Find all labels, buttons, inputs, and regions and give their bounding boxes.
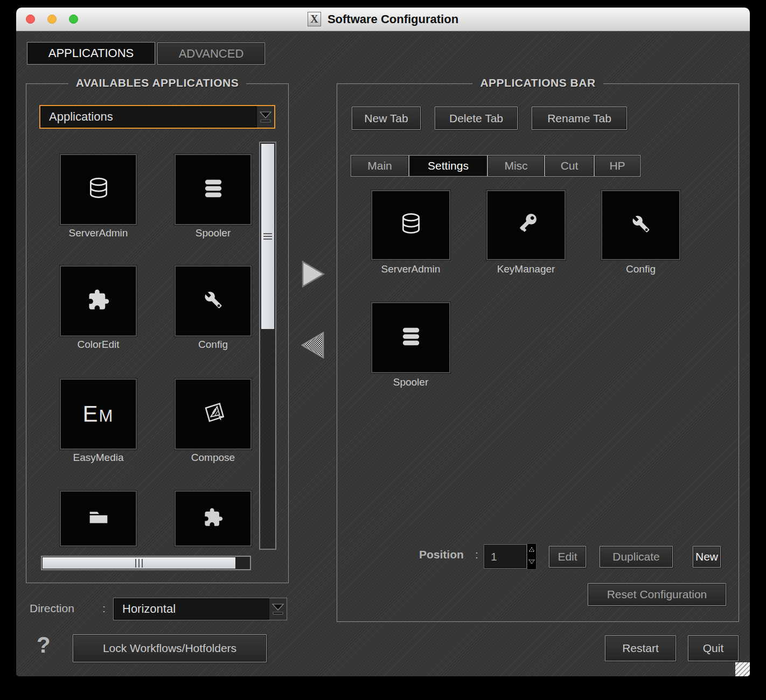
app-tile-coloredit[interactable]	[60, 265, 137, 337]
tab-advanced-label: ADVANCED	[179, 47, 244, 61]
tab-applications-label: APPLICATIONS	[48, 46, 134, 60]
position-spinner	[527, 543, 537, 570]
puzzle-icon	[200, 504, 227, 533]
close-button[interactable]	[26, 15, 35, 24]
bar-tab-settings[interactable]: Settings	[409, 155, 488, 177]
compose-icon	[198, 398, 228, 430]
wrench-icon	[199, 285, 228, 317]
window-content: APPLICATIONS ADVANCED AVAILABLES APPLICA…	[16, 31, 750, 676]
app-tile-puzzle2[interactable]	[175, 491, 252, 547]
reset-configuration-label: Reset Configuration	[607, 588, 707, 601]
edit-button[interactable]: Edit	[549, 546, 586, 568]
applications-bar-panel: APPLICATIONS BAR New Tab Delete Tab Rena…	[337, 83, 739, 622]
zoom-button[interactable]	[69, 15, 78, 24]
software-configuration-window: X Software Configuration APPLICATIONS AD…	[16, 8, 750, 676]
add-to-bar-button[interactable]	[301, 260, 325, 288]
help-icon[interactable]: ?	[37, 632, 51, 658]
rename-tab-label: Rename Tab	[547, 112, 611, 125]
horizontal-scrollbar[interactable]	[41, 556, 251, 570]
rename-tab-button[interactable]: Rename Tab	[532, 107, 627, 130]
remove-from-bar-button[interactable]	[301, 331, 325, 359]
database-icon	[84, 174, 113, 205]
lock-workflows-button[interactable]: Lock Workflows/Hotfolders	[73, 634, 267, 662]
direction-select-value: Horizontal	[114, 602, 268, 616]
new-label: New	[695, 550, 718, 563]
bar-tile-spooler[interactable]	[371, 302, 450, 373]
category-select[interactable]: Applications	[39, 105, 275, 129]
resize-grip[interactable]	[735, 662, 750, 676]
bar-tab-hp[interactable]: HP	[594, 155, 640, 177]
app-tile-label: Config	[173, 339, 253, 351]
tab-applications[interactable]: APPLICATIONS	[27, 42, 155, 65]
applications-bar-title: APPLICATIONS BAR	[337, 76, 739, 89]
edit-label: Edit	[558, 550, 577, 563]
position-label: Position	[419, 548, 464, 561]
direction-colon: :	[102, 602, 106, 615]
bar-tab-label: Misc	[504, 159, 527, 172]
transfer-right-icon	[301, 281, 325, 290]
screen: X Software Configuration APPLICATIONS AD…	[0, 0, 766, 700]
app-tile-folder[interactable]	[60, 491, 137, 547]
window-title: Software Configuration	[328, 12, 458, 26]
available-applications-panel: AVAILABLES APPLICATIONS Applications Ser…	[26, 83, 289, 583]
database-icon	[396, 209, 426, 241]
lock-workflows-label: Lock Workflows/Hotfolders	[103, 642, 236, 655]
spinner-up-icon[interactable]	[528, 545, 535, 555]
direction-select[interactable]: Horizontal	[113, 598, 287, 620]
bar-tab-main[interactable]: Main	[351, 155, 409, 177]
em-monogram-icon: EM	[83, 401, 114, 427]
app-tile-label: Spooler	[173, 227, 253, 239]
traffic-lights	[26, 15, 78, 24]
app-tile-label: ColorEdit	[59, 339, 138, 351]
folder-icon	[83, 502, 114, 535]
delete-tab-button[interactable]: Delete Tab	[435, 107, 518, 130]
app-tile-label: ServerAdmin	[59, 227, 138, 239]
delete-tab-label: Delete Tab	[449, 112, 503, 125]
vertical-scrollbar-thumb[interactable]	[261, 144, 274, 329]
horizontal-scrollbar-thumb[interactable]	[43, 557, 235, 569]
app-tile-compose[interactable]	[175, 379, 252, 450]
tab-advanced[interactable]: ADVANCED	[157, 43, 265, 65]
dropdown-arrow-icon	[268, 598, 287, 620]
bar-tab-label: HP	[609, 159, 625, 172]
position-value-field[interactable]: 1	[484, 544, 527, 569]
wrench-icon	[626, 209, 656, 241]
bar-tile-keymanager[interactable]	[486, 190, 566, 260]
new-tab-button[interactable]: New Tab	[352, 107, 421, 130]
reset-configuration-button[interactable]: Reset Configuration	[588, 583, 726, 606]
minimize-button[interactable]	[47, 15, 57, 24]
restart-button[interactable]: Restart	[605, 635, 676, 661]
restart-label: Restart	[622, 642, 659, 655]
vertical-scrollbar[interactable]	[259, 142, 276, 550]
available-applications-title: AVAILABLES APPLICATIONS	[26, 76, 288, 89]
bar-tab-label: Settings	[428, 159, 469, 172]
quit-label: Quit	[703, 642, 724, 655]
bar-tile-label: KeyManager	[486, 263, 566, 275]
bar-tile-label: Config	[601, 263, 680, 275]
bar-tile-config[interactable]	[601, 190, 680, 260]
bar-tab-label: Cut	[561, 159, 579, 172]
stack-icon	[199, 174, 227, 205]
app-tile-spooler[interactable]	[175, 154, 252, 225]
app-tile-serveradmin[interactable]	[60, 154, 137, 225]
app-tile-label: EasyMedia	[59, 452, 138, 464]
app-tile-label: Compose	[173, 452, 253, 464]
bar-tab-misc[interactable]: Misc	[488, 155, 545, 177]
bar-tab-label: Main	[367, 159, 392, 172]
x11-icon: X	[308, 12, 321, 26]
puzzle-icon	[83, 285, 114, 317]
position-value: 1	[491, 550, 497, 563]
spinner-down-icon[interactable]	[528, 558, 535, 568]
duplicate-button[interactable]: Duplicate	[600, 546, 673, 568]
stack-icon	[397, 323, 425, 353]
bar-tab-cut[interactable]: Cut	[545, 155, 594, 177]
bar-tile-label: ServerAdmin	[371, 263, 450, 275]
quit-button[interactable]: Quit	[688, 635, 739, 661]
app-tile-easymedia[interactable]: EM	[60, 379, 137, 450]
new-button[interactable]: New	[693, 546, 721, 568]
app-tile-config[interactable]	[175, 265, 252, 337]
transfer-left-icon	[301, 352, 325, 361]
bar-tile-serveradmin[interactable]	[371, 190, 450, 260]
dropdown-arrow-icon	[256, 106, 274, 128]
titlebar[interactable]: X Software Configuration	[16, 8, 750, 31]
